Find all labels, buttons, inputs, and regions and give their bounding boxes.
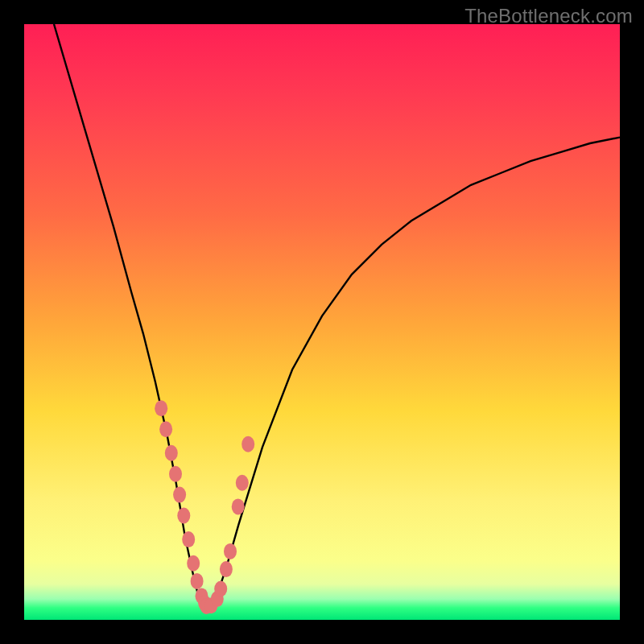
chart-svg (24, 24, 620, 620)
sample-dot (242, 436, 254, 452)
chart-frame: TheBottleneck.com (0, 0, 644, 644)
sample-dot (214, 581, 227, 597)
sample-dot (220, 561, 233, 577)
sample-dot (187, 555, 200, 572)
sample-dot (173, 487, 186, 503)
bottleneck-curve (54, 24, 620, 608)
sample-dot (177, 508, 190, 524)
sample-dot (155, 400, 167, 416)
sample-dot (159, 421, 172, 437)
sample-dot (165, 445, 178, 461)
sample-dot (224, 543, 237, 559)
sample-dots-group (155, 400, 254, 614)
chart-plot-area (24, 24, 620, 620)
sample-dot (191, 573, 204, 589)
sample-dot (232, 498, 245, 514)
sample-dot (236, 475, 249, 491)
sample-dot (182, 531, 195, 547)
sample-dot (169, 466, 182, 482)
